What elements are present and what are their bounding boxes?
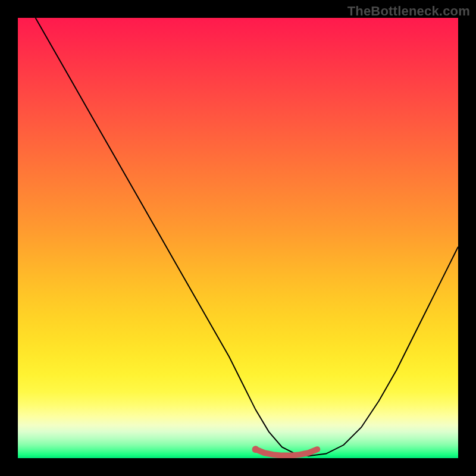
valley-start-dot (252, 446, 259, 453)
watermark-text: TheBottleneck.com (347, 4, 470, 19)
valley-highlight (256, 449, 318, 455)
curve-svg (18, 18, 458, 458)
plot-area (18, 18, 458, 458)
bottleneck-curve (36, 18, 458, 456)
chart-frame: TheBottleneck.com (0, 0, 476, 476)
